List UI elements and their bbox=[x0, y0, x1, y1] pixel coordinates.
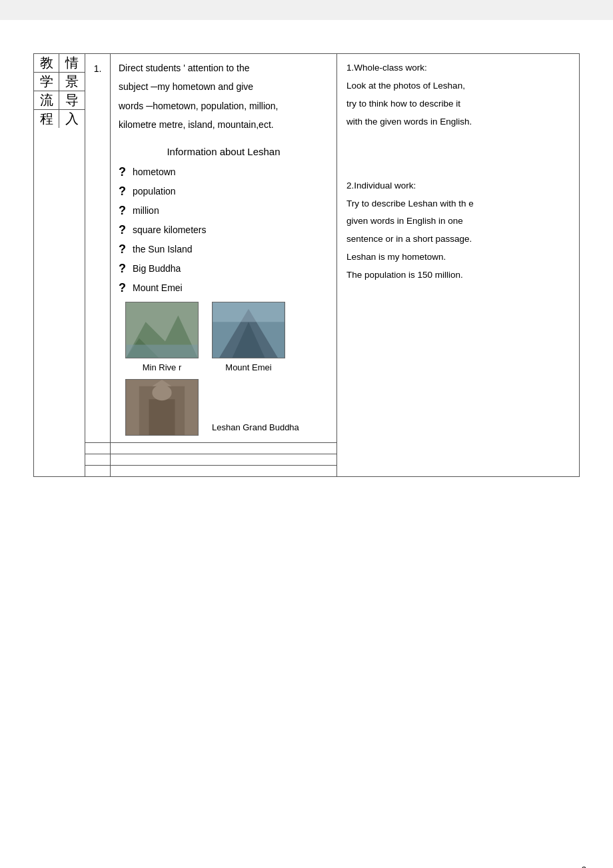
bullet-q-2: ? bbox=[119, 185, 126, 199]
page-number: 2 bbox=[582, 865, 586, 868]
text-line-4: kilometre metre, island, mountain,ect. bbox=[119, 117, 328, 132]
image-buddha bbox=[125, 379, 199, 436]
image-mount-emei bbox=[212, 302, 285, 358]
text-line-3: words ─hometown, population, million, bbox=[119, 99, 328, 113]
bullet-text-1: hometown bbox=[133, 167, 176, 177]
chinese-jing: 景 bbox=[59, 73, 85, 91]
info-title: Information about Leshan bbox=[119, 146, 328, 157]
right-section: 1.Whole-class work: Look at the photos o… bbox=[346, 61, 570, 283]
bullet-text-6: Big Buddha bbox=[133, 263, 181, 274]
bullet-q-5: ? bbox=[119, 242, 126, 256]
step-number: 1. bbox=[94, 63, 102, 74]
bullet-q-6: ? bbox=[119, 262, 126, 276]
chinese-cheng: 程 bbox=[34, 110, 59, 128]
section1-line1: Look at the photos of Leshan, bbox=[346, 79, 570, 94]
chinese-jiao: 教 bbox=[34, 54, 59, 72]
bullet-hometown: ? hometown bbox=[119, 167, 328, 179]
text-line-2: subject ─my hometown and give bbox=[119, 79, 328, 94]
svg-rect-3 bbox=[126, 344, 197, 358]
section1-line2: try to think how to describe it bbox=[346, 97, 570, 112]
section1-title: 1.Whole-class work: bbox=[346, 61, 570, 76]
bullet-million: ? million bbox=[119, 205, 328, 218]
svg-point-12 bbox=[152, 384, 171, 400]
bullet-population: ? population bbox=[119, 186, 328, 199]
bullet-q-3: ? bbox=[119, 204, 126, 218]
section2-line3: sentence or in a short passage. bbox=[346, 232, 570, 247]
chinese-xue: 学 bbox=[34, 73, 59, 91]
bullet-q-7: ? bbox=[119, 281, 126, 295]
section1-line3: with the given words in English. bbox=[346, 115, 570, 130]
main-table: 教 情 学 景 流 导 程 入 bbox=[33, 53, 580, 477]
chinese-dao: 导 bbox=[59, 91, 85, 109]
bullet-text-4: square kilometers bbox=[133, 224, 207, 235]
section2-line1: Try to describe Leshan with th e bbox=[346, 197, 570, 212]
section2-line4: Leshan is my hometown. bbox=[346, 250, 570, 265]
bullet-mount-emei: ? Mount Emei bbox=[119, 282, 328, 295]
text-line-1: Direct students ' attention to the bbox=[119, 61, 328, 75]
bullet-text-5: the Sun Island bbox=[133, 244, 193, 254]
svg-rect-7 bbox=[213, 302, 284, 322]
images-row-1 bbox=[125, 302, 328, 358]
bullet-big-buddha: ? Big Buddha bbox=[119, 263, 328, 276]
caption-min-river: Min Rive r bbox=[125, 362, 199, 372]
bullet-text-2: population bbox=[133, 186, 176, 197]
caption-mount-emei: Mount Emei bbox=[212, 362, 285, 372]
svg-rect-11 bbox=[149, 399, 175, 435]
img-captions-row-1: Min Rive r Mount Emei bbox=[125, 362, 328, 372]
image-min-river bbox=[125, 302, 199, 358]
intro-text: Direct students ' attention to the subje… bbox=[119, 61, 328, 133]
section2-line2: given words in English in one bbox=[346, 214, 570, 229]
section2-line5: The population is 150 million. bbox=[346, 268, 570, 283]
bullet-sun-island: ? the Sun Island bbox=[119, 244, 328, 256]
bullet-text-3: million bbox=[133, 205, 159, 216]
page: 教 情 学 景 流 导 程 入 bbox=[0, 20, 613, 868]
chinese-liu: 流 bbox=[34, 91, 59, 109]
bullet-q-4: ? bbox=[119, 223, 126, 237]
bullet-text-7: Mount Emei bbox=[133, 282, 183, 293]
section2-title: 2.Individual work: bbox=[346, 179, 570, 194]
buddha-row: Leshan Grand Buddha bbox=[125, 379, 328, 436]
bullet-q-1: ? bbox=[119, 165, 126, 179]
bullet-square-km: ? square kilometers bbox=[119, 224, 328, 237]
chinese-qing: 情 bbox=[59, 54, 85, 72]
chinese-ru: 入 bbox=[59, 110, 85, 128]
caption-buddha: Leshan Grand Buddha bbox=[212, 422, 299, 432]
